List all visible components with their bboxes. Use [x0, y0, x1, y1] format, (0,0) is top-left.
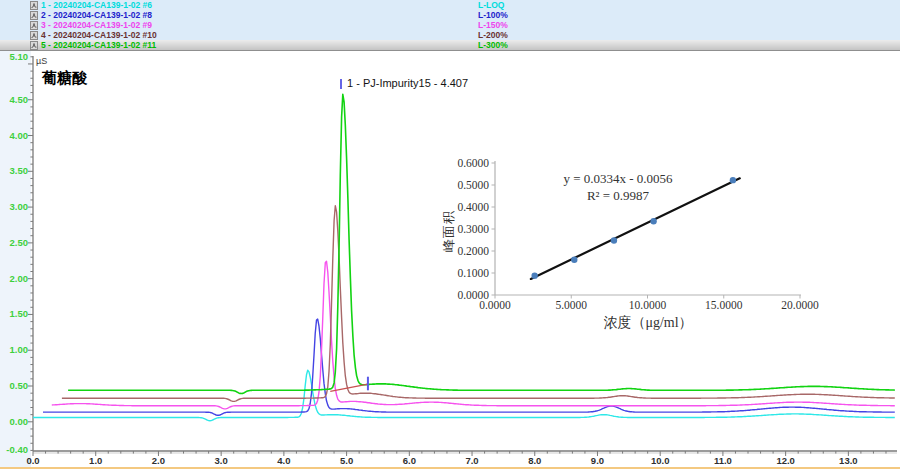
svg-text:2.00: 2.00 [10, 273, 29, 284]
y-unit-label: µS [36, 56, 47, 66]
calibration-inset: 0.00000.10000.20000.30000.40000.50000.60… [428, 146, 878, 358]
svg-text:2.0: 2.0 [152, 455, 165, 466]
legend-level-label: L-150% [478, 20, 508, 30]
calibration-point [611, 237, 617, 243]
svg-text:4.00: 4.00 [10, 130, 29, 141]
svg-text:0.5000: 0.5000 [457, 179, 489, 191]
legend-row[interactable]: 2 - 20240204-CA139-1-02 #8L-100% [0, 10, 900, 20]
svg-text:0.4000: 0.4000 [457, 201, 489, 213]
legend-level-label: L-300% [478, 40, 508, 50]
calibration-xlabel: 浓度（μg/ml） [495, 314, 801, 332]
calibration-ylabel: 峰面积 [440, 186, 458, 276]
svg-text:0.00: 0.00 [10, 416, 29, 427]
svg-text:6.0: 6.0 [403, 455, 416, 466]
legend-level-label: L-200% [478, 30, 508, 40]
legend-level-label: L-LOQ [478, 0, 504, 10]
chromatogram-icon [30, 11, 38, 20]
svg-text:0.3000: 0.3000 [457, 223, 489, 235]
svg-text:10.0000: 10.0000 [629, 299, 667, 311]
svg-text:10.0: 10.0 [651, 455, 670, 466]
integration-baseline-marker [330, 384, 368, 391]
svg-text:13.0: 13.0 [839, 455, 858, 466]
legend-row[interactable]: 5 - 20240204-CA139-1-02 #11L-300% [0, 40, 900, 50]
legend-row[interactable]: 1 - 20240204-CA139-1-02 #6L-LOQ [0, 0, 900, 10]
calibration-point [571, 257, 577, 263]
svg-text:1.0: 1.0 [89, 455, 102, 466]
peak-apex-tick [340, 79, 342, 89]
svg-text:1.50: 1.50 [10, 308, 29, 319]
legend-row[interactable]: 3 - 20240204-CA139-1-02 #9L-150% [0, 20, 900, 30]
legend-injection-label: 5 - 20240204-CA139-1-02 #11 [41, 40, 156, 50]
legend-injection-label: 2 - 20240204-CA139-1-02 #8 [41, 10, 152, 20]
chromatogram-icon [30, 1, 38, 10]
svg-text:5.0: 5.0 [340, 455, 353, 466]
svg-text:5.10: 5.10 [10, 51, 29, 62]
injection-legend: 1 - 20240204-CA139-1-02 #6L-LOQ2 - 20240… [0, 0, 900, 51]
svg-text:5.0000: 5.0000 [555, 299, 587, 311]
legend-injection-label: 1 - 20240204-CA139-1-02 #6 [41, 0, 152, 10]
chromatogram-icon [30, 21, 38, 30]
bottom-accent-line [0, 467, 900, 469]
svg-text:1.00: 1.00 [10, 344, 29, 355]
legend-injection-label: 4 - 20240204-CA139-1-02 #10 [41, 30, 157, 40]
calibration-point [650, 218, 656, 224]
svg-text:3.0: 3.0 [215, 455, 228, 466]
compound-title: 葡糖酸 [42, 69, 87, 88]
svg-text:8.0: 8.0 [528, 455, 541, 466]
svg-text:11.0: 11.0 [714, 455, 732, 466]
calibration-r-squared: R² = 0.9987 [508, 187, 728, 204]
legend-injection-label: 3 - 20240204-CA139-1-02 #9 [41, 20, 152, 30]
svg-text:2.50: 2.50 [10, 237, 29, 248]
svg-text:15.0000: 15.0000 [705, 299, 743, 311]
calibration-point [730, 177, 736, 183]
calibration-equation-block: y = 0.0334x - 0.0056 R² = 0.9987 [508, 170, 728, 204]
svg-text:0.50: 0.50 [10, 380, 29, 391]
svg-text:9.0: 9.0 [591, 455, 604, 466]
legend-level-label: L-100% [478, 10, 508, 20]
chromatogram-icon [30, 31, 38, 40]
svg-text:7.0: 7.0 [465, 455, 478, 466]
svg-text:4.0: 4.0 [277, 455, 290, 466]
svg-text:0.6000: 0.6000 [457, 157, 489, 169]
legend-row[interactable]: 4 - 20240204-CA139-1-02 #10L-200% [0, 30, 900, 40]
svg-text:-0.40: -0.40 [6, 444, 28, 455]
calibration-equation: y = 0.0334x - 0.0056 [508, 170, 728, 187]
svg-text:4.50: 4.50 [10, 94, 29, 105]
svg-text:3.00: 3.00 [10, 201, 29, 212]
chromatogram-trace-1 [33, 370, 895, 421]
svg-text:12.0: 12.0 [776, 455, 795, 466]
svg-text:3.50: 3.50 [10, 165, 29, 176]
svg-text:0.0000: 0.0000 [479, 299, 511, 311]
chromatogram-icon [30, 41, 38, 50]
peak-annotation: 1 - PJ-Impurity15 - 4.407 [347, 77, 468, 89]
svg-text:20.0000: 20.0000 [781, 299, 819, 311]
calibration-point [531, 272, 537, 278]
svg-text:0.1000: 0.1000 [457, 267, 489, 279]
svg-text:0.0: 0.0 [26, 455, 39, 466]
svg-text:0.2000: 0.2000 [457, 245, 489, 257]
